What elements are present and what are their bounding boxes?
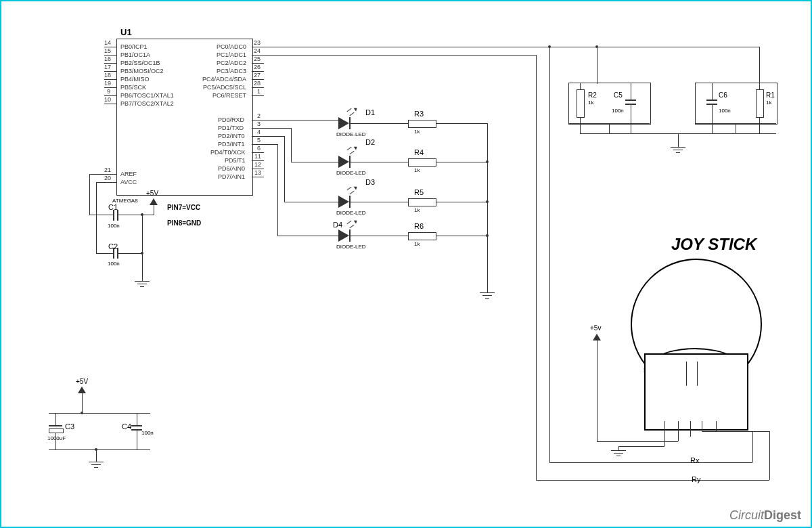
supply-label: +5V	[76, 378, 88, 385]
wire	[678, 431, 679, 441]
resistor-r4	[408, 158, 436, 167]
wire	[55, 413, 56, 425]
wire	[49, 449, 150, 450]
cap-plate	[49, 425, 62, 426]
resistor-r1	[756, 89, 764, 118]
joystick-stem	[686, 361, 687, 386]
ic-ref: U1	[120, 27, 132, 37]
ic-note-vcc: PIN7=VCC	[167, 204, 200, 211]
wire	[487, 123, 488, 292]
resistor-r5	[408, 198, 436, 206]
wire	[769, 431, 770, 480]
wire	[536, 480, 769, 481]
joystick-pin	[664, 421, 665, 431]
wire	[118, 215, 142, 215]
wire	[702, 431, 752, 432]
wire	[96, 182, 97, 253]
wire	[264, 55, 536, 56]
supply-label: +5V	[146, 190, 158, 197]
polar-cap-plate	[49, 428, 64, 433]
supply-up-icon	[593, 334, 601, 340]
ry-label: Ry	[692, 475, 700, 483]
wire	[154, 204, 154, 215]
wire	[597, 340, 597, 441]
wire	[142, 215, 154, 215]
wire	[137, 413, 137, 425]
wire	[82, 393, 83, 413]
cap-plate	[113, 210, 114, 221]
joystick-pin	[678, 421, 679, 431]
joystick-pin	[716, 421, 717, 431]
joystick-stem	[697, 361, 698, 386]
junction-dot	[486, 234, 489, 237]
resistor-r3	[408, 120, 436, 128]
c3-ref: C3	[65, 422, 74, 431]
junction-dot	[486, 200, 489, 203]
wire	[536, 55, 537, 480]
wire	[96, 253, 113, 254]
wire	[597, 47, 597, 84]
wire	[137, 431, 137, 449]
resistor-r2	[577, 89, 585, 118]
wire	[264, 47, 597, 47]
cap-plate	[113, 248, 114, 259]
schematic-canvas: U1 ATMEGA8 PIN7=VCC PIN8=GND 14PB0/ICP1 …	[0, 0, 812, 528]
wire	[618, 446, 664, 447]
cap-plate	[131, 425, 142, 426]
c4-ref: C4	[122, 422, 131, 431]
joystick-base	[644, 353, 748, 431]
junction-dot	[141, 213, 143, 216]
supply-up-icon	[150, 198, 158, 205]
junction-dot	[95, 448, 97, 451]
wire	[118, 253, 142, 254]
supply-label: +5v	[590, 324, 601, 332]
wire	[96, 182, 104, 183]
junction-dot	[81, 412, 83, 414]
wire	[664, 431, 665, 446]
c1-val: 100n	[108, 223, 120, 229]
wire	[142, 215, 143, 281]
c2-val: 100n	[108, 261, 120, 267]
cap-plate	[117, 210, 118, 221]
wire	[690, 431, 691, 437]
junction-dot	[548, 45, 551, 48]
wire	[49, 413, 150, 414]
watermark-b: Digest	[764, 508, 801, 522]
wire	[96, 449, 97, 462]
wire	[549, 462, 752, 463]
junction-dot	[141, 252, 143, 255]
ic-note-gnd: PIN8=GND	[167, 219, 201, 227]
joystick-title: JOY STICK	[671, 235, 757, 254]
resistor-r6	[408, 232, 436, 240]
watermark: CircuitDigest	[729, 508, 801, 523]
wire	[89, 174, 104, 175]
c3-val: 1000uF	[47, 435, 66, 441]
joystick-pin	[702, 421, 702, 431]
junction-dot	[486, 160, 489, 163]
joystick-pin	[690, 421, 691, 431]
wire	[89, 215, 113, 215]
wire	[752, 431, 753, 462]
rx-label: Rx	[690, 456, 699, 464]
c4-val: 100n	[141, 430, 154, 436]
wire	[597, 441, 678, 442]
wire	[549, 47, 550, 462]
watermark-a: Circuit	[729, 508, 764, 522]
wire	[89, 174, 90, 215]
